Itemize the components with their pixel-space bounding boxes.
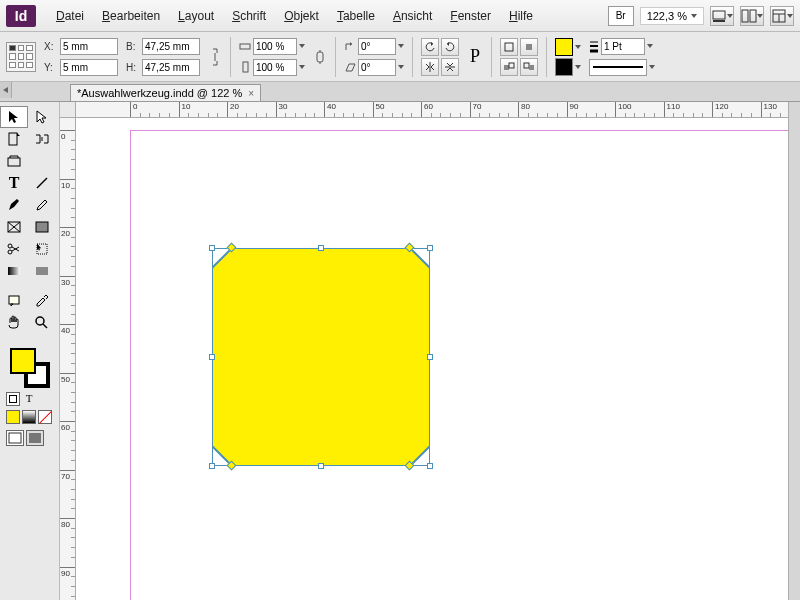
direct-selection-tool[interactable] [28, 106, 56, 128]
constrain-scale-icon[interactable] [313, 42, 327, 72]
bridge-button[interactable]: Br [608, 6, 634, 26]
gradient-swatch-tool[interactable] [0, 260, 28, 282]
eyedropper-tool[interactable] [28, 290, 56, 312]
preview-view-button[interactable] [26, 430, 44, 446]
note-tool[interactable] [0, 290, 28, 312]
handle-mr[interactable] [427, 354, 433, 360]
selected-object[interactable] [212, 248, 430, 466]
width-input[interactable] [142, 38, 200, 55]
svg-rect-8 [243, 62, 248, 72]
svg-line-21 [37, 178, 47, 188]
canvas-area[interactable]: 0102030405060708090100110120130140 01020… [60, 102, 788, 600]
pen-tool[interactable] [0, 194, 28, 216]
svg-rect-20 [8, 158, 20, 166]
scissors-tool[interactable] [0, 238, 28, 260]
caret-icon [398, 44, 404, 48]
zoom-tool[interactable] [28, 312, 56, 334]
scale-x-input[interactable] [253, 38, 297, 55]
select-content-button[interactable] [520, 38, 538, 56]
reference-point-grid[interactable] [6, 42, 36, 72]
y-input[interactable] [60, 59, 118, 76]
select-next-button[interactable] [520, 58, 538, 76]
vertical-ruler[interactable]: 0102030405060708090 [60, 118, 76, 600]
gradient-feather-tool[interactable] [28, 260, 56, 282]
content-collector-tool[interactable] [0, 150, 28, 172]
svg-rect-3 [750, 10, 756, 22]
menu-datei[interactable]: Datei [48, 6, 92, 26]
line-tool[interactable] [28, 172, 56, 194]
select-previous-button[interactable] [500, 58, 518, 76]
height-input[interactable] [142, 59, 200, 76]
rotation-input[interactable] [358, 38, 396, 55]
rotate-ccw-button[interactable] [421, 38, 439, 56]
svg-rect-2 [742, 10, 748, 22]
size-group: B: H: [126, 38, 200, 76]
panel-dock[interactable] [788, 102, 800, 600]
handle-ml[interactable] [209, 354, 215, 360]
apply-color-button[interactable] [6, 410, 20, 424]
handle-br[interactable] [427, 463, 433, 469]
handle-tr[interactable] [427, 245, 433, 251]
arrange-documents-button[interactable] [740, 6, 764, 26]
apply-gradient-button[interactable] [22, 410, 36, 424]
format-text-button[interactable]: T [22, 392, 36, 406]
selection-bounds [212, 248, 430, 466]
fill-swatch[interactable] [555, 38, 573, 56]
menu-hilfe[interactable]: Hilfe [501, 6, 541, 26]
ruler-origin[interactable] [60, 102, 76, 118]
caret-icon [575, 45, 581, 49]
gap-tool[interactable] [28, 128, 56, 150]
rectangle-frame-tool[interactable] [0, 216, 28, 238]
stroke-weight-input[interactable] [601, 38, 645, 55]
svg-rect-11 [526, 44, 532, 50]
stroke-style-dropdown[interactable] [589, 59, 647, 76]
menu-layout[interactable]: Layout [170, 6, 222, 26]
constrain-proportions-icon[interactable] [208, 42, 222, 72]
stroke-swatch[interactable] [555, 58, 573, 76]
format-container-button[interactable] [6, 392, 20, 406]
tab-close-button[interactable]: × [248, 88, 254, 99]
svg-rect-15 [529, 65, 534, 70]
svg-point-27 [8, 250, 12, 254]
scale-y-input[interactable] [253, 59, 297, 76]
menu-ansicht[interactable]: Ansicht [385, 6, 440, 26]
document-tab[interactable]: *Auswahlwerkzeug.indd @ 122 % × [70, 84, 261, 101]
flip-vertical-button[interactable] [441, 58, 459, 76]
workspace-button[interactable] [770, 6, 794, 26]
free-transform-tool[interactable] [28, 238, 56, 260]
app-icon: Id [6, 5, 36, 27]
shear-input[interactable] [358, 59, 396, 76]
menu-fenster[interactable]: Fenster [442, 6, 499, 26]
stroke-group [589, 38, 655, 76]
menu-tabelle[interactable]: Tabelle [329, 6, 383, 26]
shear-icon [344, 61, 356, 73]
apply-none-button[interactable] [38, 410, 52, 424]
flip-horizontal-button[interactable] [421, 58, 439, 76]
zoom-level-dropdown[interactable]: 122,3 % [640, 7, 704, 25]
type-tool[interactable]: T [0, 172, 28, 194]
fill-stroke-swatches [555, 38, 581, 76]
page-tool[interactable] [0, 128, 28, 150]
fill-stroke-box[interactable] [10, 348, 50, 388]
x-input[interactable] [60, 38, 118, 55]
select-container-button[interactable] [500, 38, 518, 56]
selection-tool[interactable] [0, 106, 28, 128]
normal-view-button[interactable] [6, 430, 24, 446]
hand-tool[interactable] [0, 312, 28, 334]
rectangle-tool[interactable] [28, 216, 56, 238]
handle-bl[interactable] [209, 463, 215, 469]
menu-bearbeiten[interactable]: Bearbeiten [94, 6, 168, 26]
handle-tc[interactable] [318, 245, 324, 251]
pencil-tool[interactable] [28, 194, 56, 216]
rotate-icon [344, 40, 356, 52]
screen-mode-button[interactable] [710, 6, 734, 26]
zoom-value: 122,3 % [647, 10, 687, 22]
handle-tl[interactable] [209, 245, 215, 251]
handle-bc[interactable] [318, 463, 324, 469]
horizontal-ruler[interactable]: 0102030405060708090100110120130140 [76, 102, 788, 118]
menu-objekt[interactable]: Objekt [276, 6, 327, 26]
fill-color[interactable] [10, 348, 36, 374]
menu-schrift[interactable]: Schrift [224, 6, 274, 26]
panel-collapse-button[interactable] [0, 82, 12, 98]
rotate-cw-button[interactable] [441, 38, 459, 56]
